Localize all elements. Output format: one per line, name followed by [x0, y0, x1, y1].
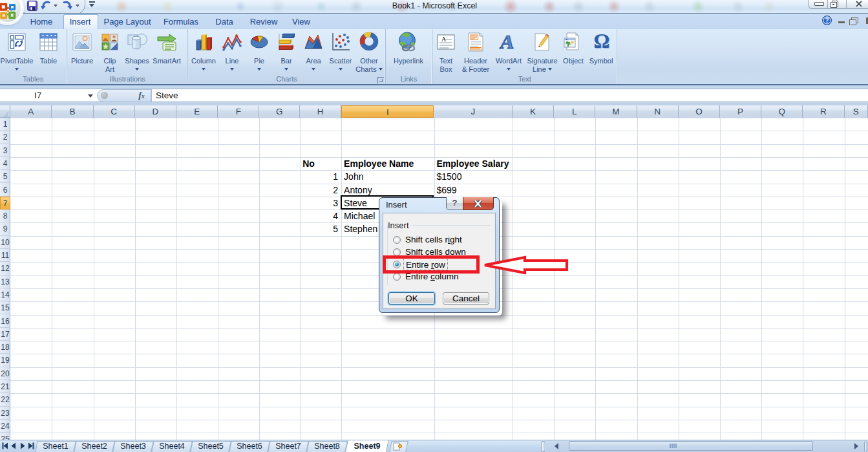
- svg-text:A: A: [499, 32, 516, 52]
- svg-text:?: ?: [825, 17, 829, 24]
